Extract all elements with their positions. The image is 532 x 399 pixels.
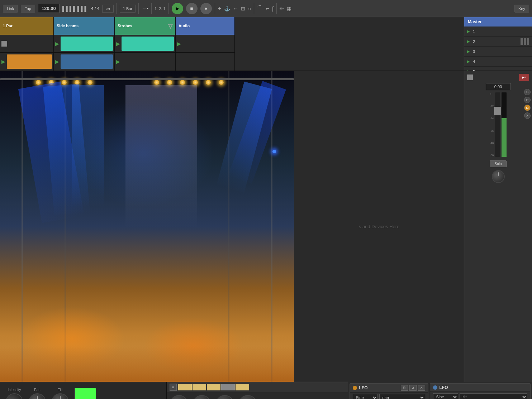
- channel-pan-knob[interactable]: [492, 170, 505, 183]
- link2-icon[interactable]: ⚓: [224, 6, 230, 11]
- track-2-play-icon[interactable]: ▶: [55, 41, 59, 47]
- track-3-expand-icon[interactable]: ▽: [168, 23, 172, 29]
- master-play-icon-4: ▶: [467, 59, 470, 63]
- plugin-depth-knob[interactable]: [193, 395, 211, 399]
- m-icon-btn[interactable]: M: [524, 105, 531, 111]
- loop-icon[interactable]: ○: [248, 6, 251, 11]
- lfo1-dot: [353, 386, 357, 390]
- tap-button[interactable]: Tap: [21, 5, 35, 13]
- tempo-display[interactable]: 120.00: [38, 4, 60, 13]
- lfo-panel-2: LFO SineTriangle tiltpan Rate 0.06 Hz: [430, 383, 531, 399]
- lfo2-waveform-select[interactable]: SineTriangle: [433, 393, 458, 399]
- separator5: [215, 3, 215, 14]
- master-stripe-3: [527, 38, 529, 45]
- track-3-play-icon2[interactable]: ▶: [116, 59, 120, 64]
- meter-fill-green: [502, 118, 507, 157]
- plugin-tab-4[interactable]: [221, 384, 235, 390]
- plugin-tab-1[interactable]: [178, 384, 192, 390]
- play-button[interactable]: ▶: [172, 3, 183, 14]
- pan-group: Pan 0.50: [29, 388, 46, 399]
- stop-button[interactable]: ■: [186, 3, 198, 14]
- track-2-clip-row2: ▶: [54, 53, 115, 71]
- pan-knob[interactable]: [29, 393, 46, 399]
- pencil-icon[interactable]: ✏: [280, 6, 284, 11]
- expand-icon[interactable]: ⊞: [241, 6, 245, 11]
- track-3-clip[interactable]: [122, 37, 174, 51]
- master-item-4[interactable]: ▶ 4: [464, 57, 532, 67]
- plugin-tab-5[interactable]: [236, 384, 249, 390]
- separator3: [151, 3, 152, 14]
- plugin-rate-knob[interactable]: [170, 395, 188, 399]
- r-icon-btn[interactable]: R: [524, 97, 531, 103]
- fader-track[interactable]: [495, 92, 500, 157]
- track-2-clip[interactable]: [61, 37, 113, 51]
- lfo1-waveform-select[interactable]: SineTriangleSquare: [353, 394, 378, 399]
- track-4-header[interactable]: Audio: [176, 17, 235, 35]
- channel-record-btn[interactable]: ▶≡: [519, 74, 529, 81]
- s-icon-btn[interactable]: S: [524, 89, 531, 95]
- track-2-play-icon2[interactable]: ▶: [55, 59, 59, 64]
- master-play-icon-3: ▶: [467, 49, 470, 53]
- mode-selector[interactable]: ○●: [102, 5, 113, 13]
- arrow-icon[interactable]: →•: [142, 6, 148, 11]
- drop-zone: s and Devices Here: [294, 71, 464, 382]
- track-1-stop-btn[interactable]: [1, 41, 7, 47]
- lfo2-header: LFO: [430, 384, 531, 392]
- track-area: 1 Par Side beams Strobes ▽ Audio ▶ ▶ ▶: [0, 17, 532, 71]
- curve-icon[interactable]: ∫: [272, 5, 274, 12]
- plugin-menu-btn[interactable]: ≡: [170, 384, 177, 391]
- fader-area: 0 -12 -24 -36 -48 -60: [490, 92, 507, 157]
- record-button[interactable]: ●: [200, 3, 212, 14]
- plugin-area: ≡ 0.06 Hz 50.0 % 0: [167, 382, 348, 399]
- track-1-play-icon[interactable]: ▶: [1, 59, 5, 64]
- track-2-header[interactable]: Side beams: [54, 17, 115, 35]
- link-button[interactable]: Link: [3, 5, 18, 13]
- fader-handle[interactable]: [494, 107, 501, 115]
- lfo1-reset-icon[interactable]: ↺: [409, 385, 417, 391]
- color-swatch[interactable]: [75, 388, 96, 399]
- track-3-header[interactable]: Strobes ▽: [115, 17, 176, 35]
- grid-icon[interactable]: ▦: [287, 6, 291, 11]
- wave-icon[interactable]: ⌒: [257, 5, 263, 12]
- add-icon[interactable]: +: [218, 5, 221, 12]
- master-item-2[interactable]: ▶ 2: [464, 37, 532, 47]
- master-item-1[interactable]: ▶ 1: [464, 27, 532, 37]
- lfo1-target-select[interactable]: pantiltintensity: [379, 394, 425, 399]
- track-1-header[interactable]: 1 Par: [0, 17, 54, 35]
- light-10: [206, 80, 211, 85]
- key-button[interactable]: Key: [514, 5, 529, 13]
- tilt-knob[interactable]: [52, 393, 69, 399]
- channel-stop-btn[interactable]: [467, 74, 473, 80]
- back-icon[interactable]: ←: [233, 6, 238, 11]
- envelope-icon[interactable]: ⌐: [266, 5, 269, 12]
- light-9: [193, 80, 198, 85]
- time-signature: 4 / 4: [91, 6, 99, 11]
- plugin-tabs: [178, 384, 249, 390]
- solo-button[interactable]: Solo: [490, 160, 506, 167]
- lfo2-target-select[interactable]: tiltpan: [460, 393, 528, 399]
- plugin-knob3[interactable]: [215, 395, 234, 399]
- track-3-play-icon[interactable]: ▶: [116, 41, 120, 47]
- lfo-panels: LFO ⎘ ↺ ✕ SineTriangleSquare pantiltinte…: [348, 382, 532, 399]
- lfo1-close-icon[interactable]: ✕: [418, 385, 425, 391]
- track-clip-row1: ▶ ▶ ▶: [0, 35, 464, 53]
- separator1: [117, 3, 117, 14]
- track-2-clip2[interactable]: [61, 54, 113, 69]
- master-item-label-3: 3: [473, 49, 475, 54]
- master-item-3[interactable]: ▶ 3: [464, 47, 532, 57]
- lfo1-copy-icon[interactable]: ⎘: [401, 385, 408, 391]
- track-4-play-icon[interactable]: ▶: [177, 41, 181, 47]
- light-7: [167, 80, 172, 85]
- separator2: [138, 3, 139, 14]
- channel-value-display[interactable]: 0.00: [486, 83, 511, 90]
- track-clip-row2: ▶ ▶ ▶: [0, 53, 464, 71]
- plugin-tab-2[interactable]: [193, 384, 206, 390]
- light-3: [62, 80, 67, 85]
- light-11: [219, 80, 224, 85]
- plugin-knob4[interactable]: [238, 395, 257, 399]
- plugin-tab-3[interactable]: [207, 384, 220, 390]
- track-1-clip2[interactable]: [7, 54, 52, 69]
- x-icon-btn[interactable]: ✕: [524, 112, 531, 119]
- lfo2-title: LFO: [440, 385, 448, 390]
- bar-selector[interactable]: 1 Bar: [120, 5, 136, 13]
